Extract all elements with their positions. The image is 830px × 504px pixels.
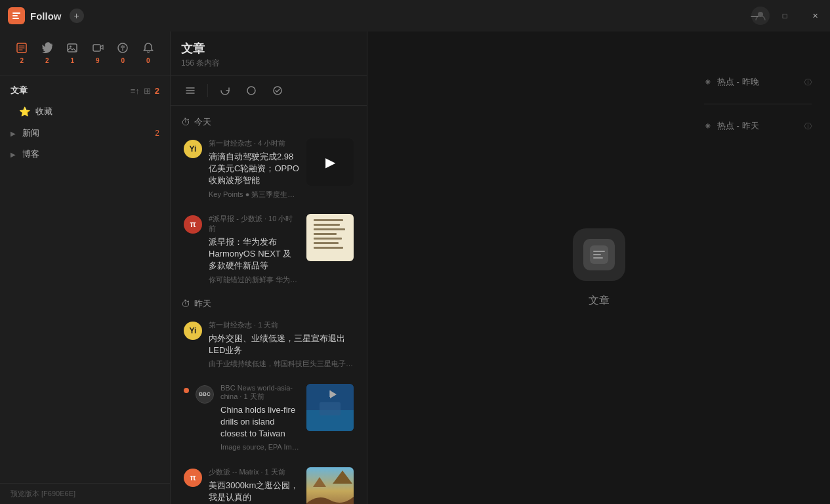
hot-item-yesterday[interactable]: ⁕ 热点 - 昨天 ⓘ	[699, 115, 817, 137]
feed-excerpt-2: 你可能错过的新鲜事 华为发布...	[209, 275, 300, 285]
hot-icon-2: ⁕	[704, 121, 712, 131]
news-label: 新闻	[22, 127, 151, 139]
video-icon	[92, 42, 104, 57]
articles-section-header[interactable]: 文章 ≡↑ ⊞ 2	[0, 81, 170, 100]
titlebar-left: Follow +	[8, 7, 84, 24]
nav-item-images[interactable]: 1	[61, 38, 84, 68]
feed-source-icon-3: Yi	[184, 322, 202, 340]
panel-toolbar	[171, 76, 367, 106]
nav-item-video[interactable]: 9	[87, 38, 110, 68]
feed-thumb-4	[306, 384, 354, 431]
hot-icon-1: ⁕	[704, 77, 712, 87]
minimize-button[interactable]: —	[739, 0, 770, 32]
feed-body-3: 第一财经杂志 · 1 天前 内外交困、业绩低迷，三星宣布退出LED业务 由于业绩…	[209, 320, 354, 369]
images-badge: 1	[70, 57, 74, 64]
main-layout: 2 2 1	[0, 32, 830, 504]
yesterday-label: 昨天	[194, 298, 211, 310]
right-panel-title: 文章	[589, 294, 610, 308]
nav-item-twitter[interactable]: 2	[36, 38, 59, 68]
titlebar: Follow + — □ ✕	[0, 0, 830, 32]
svg-rect-10	[320, 402, 341, 415]
panel-subtitle: 156 条内容	[181, 58, 356, 69]
feed-title-3: 内外交困、业绩低迷，三星宣布退出LED业务	[209, 333, 354, 356]
feed-meta-5: 少数派 -- Matrix · 1 天前	[209, 467, 300, 477]
unread-dot-4	[184, 388, 189, 393]
middle-panel: 文章 156 条内容	[171, 32, 367, 504]
feed-meta-3: 第一财经杂志 · 1 天前	[209, 320, 354, 330]
app-logo-inner	[583, 239, 615, 270]
toolbar-circle-button[interactable]	[242, 81, 260, 100]
toolbar-menu-button[interactable]	[181, 81, 199, 100]
yesterday-clock-icon: ⏱	[181, 299, 190, 309]
newspaper-lines	[314, 219, 346, 255]
hot-section: ⁕ 热点 - 昨晚 ⓘ ⁕ 热点 - 昨天 ⓘ	[686, 32, 830, 504]
app-icon	[8, 7, 25, 24]
images-icon	[66, 42, 78, 57]
hot-divider	[704, 104, 812, 104]
audio-badge: 0	[121, 57, 125, 64]
feed-item-1[interactable]: Yi 第一财经杂志 · 4 小时前 滴滴自动驾驶完成2.98亿美元C轮融资；OP…	[173, 132, 364, 206]
add-button[interactable]: +	[70, 9, 84, 23]
app-title: Follow	[30, 10, 62, 22]
toolbar-check-button[interactable]	[268, 81, 287, 100]
feed-meta-1: 第一财经杂志 · 4 小时前	[209, 138, 300, 148]
toolbar-divider	[207, 84, 208, 97]
sidebar-item-blog[interactable]: ▶ 博客	[0, 144, 170, 165]
feed-title-5: 美西3000km之逛公园，我是认真的	[209, 480, 300, 503]
audio-icon	[117, 42, 129, 57]
sort-icon[interactable]: ≡↑	[131, 86, 140, 96]
hot-label-2: 热点 - 昨天	[717, 120, 799, 132]
panel-header: 文章 156 条内容	[171, 32, 367, 76]
feed-excerpt-1: Key Points ● 第三季度生成式A...	[209, 190, 300, 200]
nav-item-audio[interactable]: 0	[112, 38, 135, 68]
feed-title-1: 滴滴自动驾驶完成2.98亿美元C轮融资；OPPO收购波形智能	[209, 151, 300, 187]
feed-body-4: BBC News world-asia-china · 1 天前 China h…	[220, 384, 300, 453]
today-section-header: ⏱ 今天	[171, 111, 367, 131]
feed-meta-2: #派早报 - 少数派 · 10 小时前	[209, 214, 300, 234]
sidebar-item-favorites[interactable]: ⭐ 收藏	[3, 101, 167, 122]
window-controls: — □ ✕	[739, 0, 830, 32]
hot-info-1: ⓘ	[804, 77, 812, 87]
notification-badge: 0	[146, 57, 150, 64]
feed-source-icon-4: BBC	[196, 385, 214, 404]
feed-item-4[interactable]: BBC BBC News world-asia-china · 1 天前 Chi…	[173, 377, 364, 459]
twitter-badge: 2	[45, 57, 49, 64]
right-panel: 文章 ⁕ 热点 - 昨晚 ⓘ ⁕ 热点 - 昨天 ⓘ	[367, 32, 830, 504]
nav-item-notifications[interactable]: 0	[137, 38, 160, 68]
maximize-button[interactable]: □	[770, 0, 800, 32]
today-clock-icon: ⏱	[181, 117, 190, 127]
blog-label: 博客	[22, 148, 156, 160]
articles-section-title: 文章	[10, 85, 28, 96]
feed-thumb-1: ▶	[306, 138, 354, 186]
news-count: 2	[155, 129, 159, 138]
sidebar-footer: 预览版本 [F690E6E]	[0, 483, 170, 504]
hot-item-yesterday-evening[interactable]: ⁕ 热点 - 昨晚 ⓘ	[699, 71, 817, 93]
feed-excerpt-3: 由于业绩持续低迷，韩国科技巨头三星电子负责半导体业务的设备解决方案（DS）部门正…	[209, 359, 354, 369]
version-label: 预览版本 [F690E6E]	[10, 490, 75, 497]
favorites-icon: ⭐	[18, 106, 30, 117]
feed-item-3[interactable]: Yi 第一财经杂志 · 1 天前 内外交困、业绩低迷，三星宣布退出LED业务 由…	[173, 314, 364, 376]
svg-point-6	[247, 87, 255, 94]
video-badge: 9	[96, 57, 100, 64]
svg-rect-4	[93, 45, 100, 51]
layout-icon[interactable]: ⊞	[144, 86, 151, 96]
feed-title-4: China holds live-fire drills on island c…	[220, 404, 300, 440]
app-logo-large	[573, 228, 625, 281]
nav-item-articles[interactable]: 2	[10, 38, 33, 68]
sidebar-content: 文章 ≡↑ ⊞ 2 ⭐ 收藏 ▶ 新闻 2 ▶	[0, 75, 170, 483]
nav-icons: 2 2 1	[0, 32, 170, 75]
feed-item-2[interactable]: π #派早报 - 少数派 · 10 小时前 派早报：华为发布 HarmonyOS…	[173, 207, 364, 291]
close-button[interactable]: ✕	[800, 0, 830, 32]
articles-badge: 2	[20, 57, 24, 64]
feed-thumb-2	[306, 214, 354, 261]
feed-source-icon-5: π	[184, 469, 202, 487]
today-label: 今天	[194, 116, 211, 128]
svg-rect-13	[306, 467, 354, 504]
hot-info-2: ⓘ	[804, 121, 812, 131]
toolbar-refresh-button[interactable]	[216, 81, 234, 100]
feed-item-5[interactable]: π 少数派 -- Matrix · 1 天前 美西3000km之逛公园，我是认真…	[173, 461, 364, 504]
sidebar-item-news[interactable]: ▶ 新闻 2	[0, 123, 170, 144]
feed-excerpt-4: Image source, EPA Image caption, China h…	[220, 442, 300, 452]
favorites-label: 收藏	[35, 106, 152, 117]
svg-point-3	[70, 46, 72, 48]
